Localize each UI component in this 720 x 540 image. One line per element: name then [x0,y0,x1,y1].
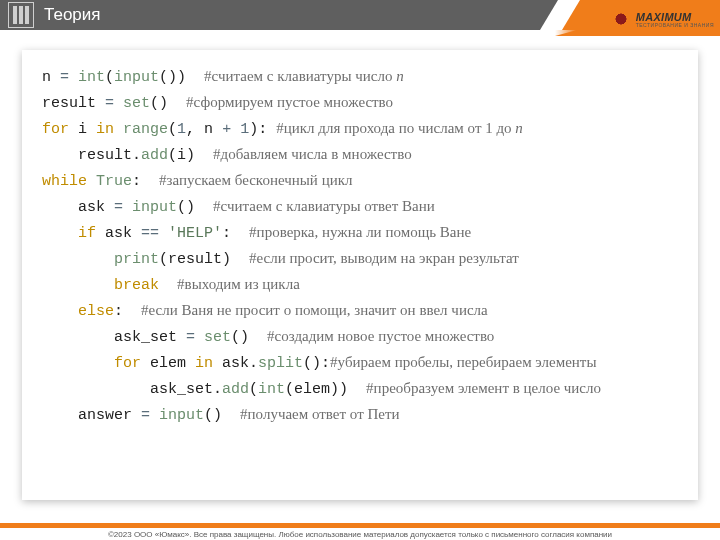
code-block: n = int(input()) #считаем с клавиатуры ч… [42,64,678,428]
header-title-bar: Теория [0,0,540,30]
logo-sun-icon [610,8,632,30]
brand-logo: MAXIMUM ТЕСТИРОВАНИЕ И ЗНАНИЯ [610,2,714,36]
page-title: Теория [44,5,101,25]
footer-accent [0,523,720,528]
code-card: n = int(input()) #считаем с клавиатуры ч… [22,50,698,500]
logo-subtext: ТЕСТИРОВАНИЕ И ЗНАНИЯ [636,22,714,28]
book-icon [8,2,34,28]
copyright-footer: ©2023 ООО «Юмакс». Все права защищены. Л… [0,530,720,539]
